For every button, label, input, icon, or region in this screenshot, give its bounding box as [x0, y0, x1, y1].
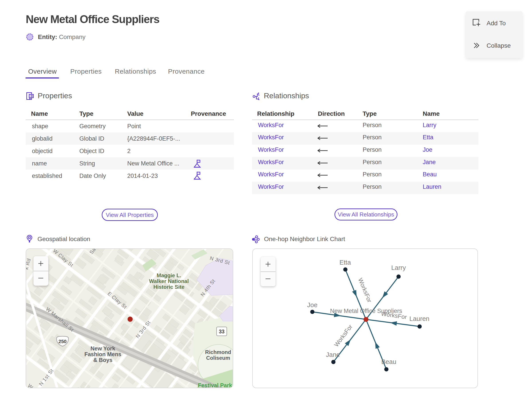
- svg-text:Maggie L.: Maggie L.: [157, 272, 181, 278]
- svg-text:Fashion Mens: Fashion Mens: [85, 351, 121, 357]
- svg-text:Etta: Etta: [339, 259, 351, 266]
- svg-text:250: 250: [59, 339, 67, 344]
- svg-text:New York: New York: [90, 345, 115, 351]
- svg-text:Larry: Larry: [391, 264, 406, 271]
- svg-text:Joe: Joe: [307, 301, 318, 309]
- svg-text:Historic Site: Historic Site: [153, 284, 184, 290]
- svg-text:33: 33: [219, 329, 225, 334]
- svg-text:Beau: Beau: [381, 358, 396, 365]
- svg-text:WorksFor: WorksFor: [333, 323, 354, 348]
- svg-text:Richmond: Richmond: [205, 349, 231, 355]
- svg-text:Coliseum: Coliseum: [206, 355, 230, 361]
- svg-text:Festival Park: Festival Park: [198, 382, 232, 388]
- svg-text:Jane: Jane: [326, 351, 340, 358]
- svg-text:WorksFor: WorksFor: [381, 310, 407, 320]
- svg-text:Lauren: Lauren: [409, 315, 429, 322]
- svg-text:WorksFor: WorksFor: [357, 277, 373, 304]
- svg-text:Walker National: Walker National: [149, 278, 189, 284]
- svg-text:& Boys: & Boys: [93, 357, 112, 363]
